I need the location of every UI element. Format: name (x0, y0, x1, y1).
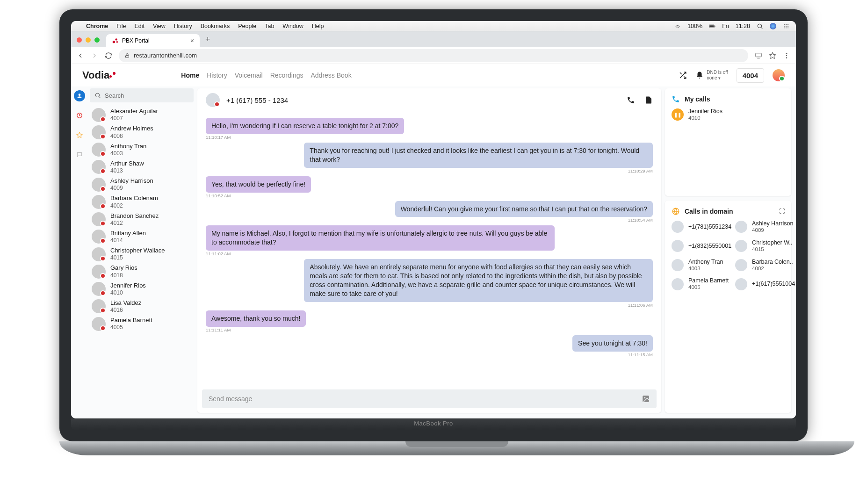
rail-contacts-icon[interactable] (74, 90, 85, 101)
contact-row[interactable]: Christopher Wallace4015 (88, 245, 195, 263)
contact-avatar (92, 265, 106, 279)
contact-ext: 4013 (110, 167, 144, 174)
svg-point-23 (95, 93, 99, 97)
expand-icon[interactable]: ⛶ (779, 208, 785, 215)
tab-close-icon[interactable]: × (190, 37, 194, 44)
contact-row[interactable]: Gary Rios4018 (88, 263, 195, 280)
contact-ext: 4009 (110, 185, 153, 192)
siri-icon[interactable] (770, 23, 776, 29)
contact-name: Alexander Aguilar (110, 108, 158, 115)
cast-icon[interactable] (755, 52, 762, 59)
menu-tab[interactable]: Tab (265, 23, 274, 29)
new-tab-button[interactable]: + (200, 35, 216, 47)
lock-icon (124, 53, 130, 58)
call-name: +1(781)5551234 (688, 223, 731, 230)
contacts-panel: Search Alexander Aguilar4007Andrew Holme… (88, 86, 195, 418)
nav-reload-icon[interactable] (105, 52, 112, 59)
message-timestamp: 11:11:15 AM (206, 352, 653, 357)
bookmark-star-icon[interactable] (769, 52, 776, 59)
bell-icon[interactable] (695, 71, 704, 79)
call-name: Christopher W.. (752, 239, 792, 246)
my-call-row[interactable]: ❚❚ Jennifer Rios 4010 (672, 108, 785, 122)
menu-file[interactable]: File (116, 23, 126, 29)
nav-home[interactable]: Home (181, 72, 199, 79)
call-avatar (735, 221, 747, 233)
attach-image-icon[interactable] (642, 395, 650, 403)
nav-forward-icon[interactable] (91, 52, 98, 59)
domain-call-row[interactable]: +1(617)5551004 (735, 277, 795, 291)
menu-window[interactable]: Window (282, 23, 303, 29)
call-avatar (735, 259, 747, 271)
rail-recent-icon[interactable] (74, 110, 85, 121)
contact-name: Brandon Sanchez (110, 212, 159, 220)
nav-address-book[interactable]: Address Book (311, 72, 351, 79)
call-name: Ashley Harrison (752, 220, 793, 227)
globe-icon (672, 207, 680, 216)
laptop-label: MacBook Pro (71, 418, 796, 430)
menu-bookmarks[interactable]: Bookmarks (201, 23, 230, 29)
search-input[interactable]: Search (90, 88, 194, 102)
domain-call-row[interactable]: Anthony Tran4003 (672, 259, 731, 272)
window-close[interactable] (77, 37, 82, 43)
rail-messages-icon[interactable] (74, 149, 85, 160)
chevron-down-icon[interactable]: ▾ (718, 76, 721, 81)
message-timestamp: 11:10:54 AM (206, 217, 653, 223)
domain-call-row[interactable]: +1(832)5550001 (672, 239, 731, 253)
compose-input[interactable]: Send message (202, 389, 657, 408)
spotlight-icon[interactable] (757, 23, 763, 29)
contact-row[interactable]: Andrew Holmes4008 (88, 123, 195, 141)
browser-tab[interactable]: PBX Portal × (106, 34, 200, 47)
message-row-in: Awesome, thank you so much!11:11:11 AM (206, 310, 653, 332)
contact-row[interactable]: Ashley Harrison4009 (88, 176, 195, 193)
my-extension[interactable]: 4004 (737, 68, 764, 83)
domain-call-row[interactable]: Ashley Harrison4009 (735, 220, 795, 234)
menu-view[interactable]: View (153, 23, 166, 29)
rail-favorites-icon[interactable] (74, 130, 85, 141)
message-timestamp: 11:11:02 AM (206, 251, 653, 256)
message-row-out: See you tonight at 7:30!11:11:15 AM (206, 335, 653, 357)
address-bar[interactable]: restaurantonthehill.com (119, 49, 748, 62)
menu-edit[interactable]: Edit (134, 23, 144, 29)
domain-call-row[interactable]: Christopher W..4015 (735, 239, 795, 253)
contact-row[interactable]: Alexander Aguilar4007 (88, 106, 195, 123)
contact-row[interactable]: Arthur Shaw4013 (88, 158, 195, 176)
contact-row[interactable]: Brittany Allen4014 (88, 228, 195, 245)
contact-avatar (92, 160, 106, 174)
contact-row[interactable]: Brandon Sanchez4012 (88, 211, 195, 228)
message-row-out: Thank you for reaching out! I just check… (206, 143, 653, 173)
svg-rect-2 (715, 25, 715, 26)
window-minimize[interactable] (86, 37, 91, 43)
contact-row[interactable]: Lisa Valdez4016 (88, 298, 195, 315)
contact-row[interactable]: Pamela Barnett4005 (88, 315, 195, 332)
nav-back-icon[interactable] (77, 52, 84, 59)
menu-history[interactable]: History (174, 23, 192, 29)
browser-menu-icon[interactable] (783, 52, 790, 59)
nav-voicemail[interactable]: Voicemail (235, 72, 263, 79)
domain-call-row[interactable]: Pamela Barnett4005 (672, 277, 731, 291)
contact-row[interactable]: Jennifer Rios4010 (88, 281, 195, 298)
add-contact-icon[interactable] (644, 96, 653, 104)
contact-row[interactable]: Barbara Colenam4002 (88, 193, 195, 210)
call-icon[interactable] (627, 96, 635, 104)
menubar-app[interactable]: Chrome (86, 23, 108, 29)
contact-row[interactable]: Anthony Tran4003 (88, 141, 195, 158)
window-maximize[interactable] (94, 37, 100, 43)
control-center-icon[interactable] (783, 23, 789, 29)
peer-avatar (206, 93, 220, 107)
contact-name: Ashley Harrison (110, 177, 153, 185)
nav-history[interactable]: History (207, 72, 227, 79)
domain-call-row[interactable]: Barbara Colen..4002 (735, 259, 795, 272)
menu-help[interactable]: Help (312, 23, 324, 29)
left-rail (71, 86, 88, 418)
wifi-icon[interactable] (674, 23, 681, 29)
contact-ext: 4018 (110, 272, 137, 279)
svg-rect-16 (126, 55, 129, 58)
avatar[interactable] (773, 69, 785, 81)
menu-people[interactable]: People (238, 23, 256, 29)
nav-recordings[interactable]: Recordings (270, 72, 303, 79)
app-header: Vodia Home History Voicemail Recordings … (71, 64, 796, 86)
call-avatar (672, 278, 684, 290)
call-avatar (735, 240, 747, 252)
shuffle-icon[interactable] (679, 71, 687, 79)
domain-call-row[interactable]: +1(781)5551234 (672, 220, 731, 234)
